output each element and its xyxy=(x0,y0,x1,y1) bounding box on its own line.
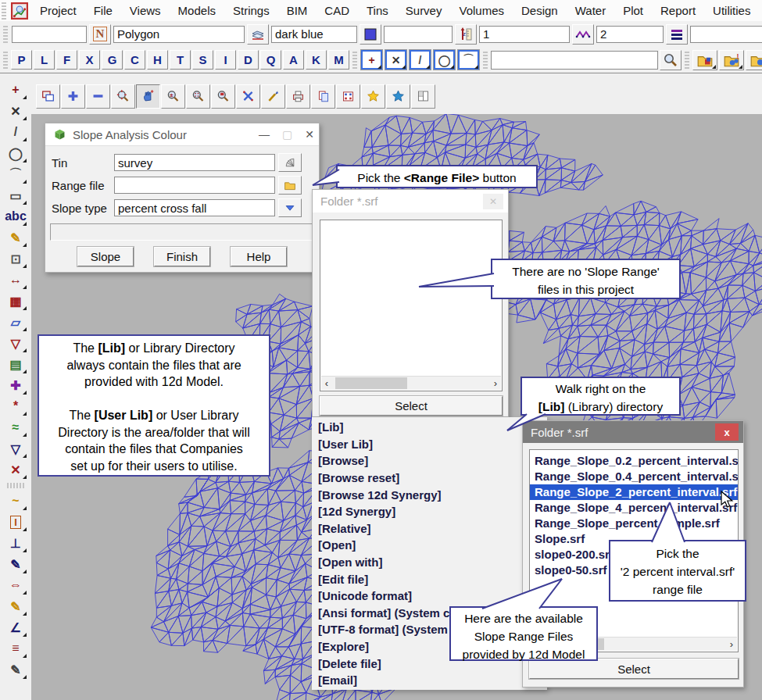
folder1-hscrollbar[interactable]: ‹ › xyxy=(321,376,501,390)
pan-hand-button[interactable] xyxy=(136,84,160,109)
favourites-blue-star-button[interactable] xyxy=(386,84,410,109)
move-tool[interactable]: ✚ xyxy=(4,375,27,395)
menu-file[interactable]: File xyxy=(85,4,121,17)
brush-tool-tool[interactable]: ✎ xyxy=(4,227,27,248)
colour-input[interactable] xyxy=(271,26,357,43)
snap-toggle-h[interactable]: H xyxy=(147,50,168,70)
favourites-yellow-star-button[interactable] xyxy=(361,84,385,109)
snap-cross-tool[interactable]: ✕ xyxy=(4,101,27,121)
slope-button[interactable]: Slope xyxy=(77,247,134,266)
snap-line-tool[interactable]: / xyxy=(4,122,27,142)
menu-volumes[interactable]: Volumes xyxy=(450,4,513,17)
file-item[interactable]: Range_Slope_4_percent_interval.srf xyxy=(530,500,738,516)
snap-toggle-k[interactable]: K xyxy=(306,50,327,70)
menu-user[interactable]: User xyxy=(759,4,762,17)
symbol-input[interactable] xyxy=(596,26,664,43)
edit-note-tool[interactable]: ✎ xyxy=(4,554,27,574)
menu-item-user-lib[interactable]: [User Lib]▶ xyxy=(312,436,547,453)
menu-cad[interactable]: CAD xyxy=(316,4,358,17)
snap-toggle-f[interactable]: F xyxy=(56,50,77,70)
folder2-titlebar[interactable]: Folder *.srf x xyxy=(523,421,743,443)
close-icon[interactable]: ✕ xyxy=(305,128,314,141)
image-tool[interactable]: ▤ xyxy=(4,354,27,374)
snap-toggle-l[interactable]: L xyxy=(34,50,55,70)
menu-item-12d-synergy[interactable]: [12d Synergy]▶ xyxy=(312,503,547,520)
create-point-tool[interactable]: ⊡ xyxy=(4,248,27,269)
project-point-tool[interactable]: * xyxy=(4,396,27,416)
window-layout-button[interactable] xyxy=(411,84,435,109)
snap-toggle-t[interactable]: T xyxy=(170,50,191,70)
linestyle-input[interactable] xyxy=(113,26,245,43)
zoom-previous-button[interactable] xyxy=(211,84,235,109)
help-button[interactable]: Help xyxy=(231,247,287,266)
measure-tool[interactable]: ↔ xyxy=(4,270,27,290)
project-folder-button[interactable] xyxy=(746,50,762,70)
tin-input[interactable] xyxy=(114,154,275,171)
plot-printer-button[interactable] xyxy=(286,84,310,109)
snap-circle-icon[interactable]: ◯ xyxy=(433,49,456,70)
snap-rect-tool[interactable]: ▭ xyxy=(4,185,27,205)
copy-pages-button[interactable] xyxy=(311,84,335,109)
height-input[interactable] xyxy=(384,26,453,43)
file-item[interactable]: Range_Slope_2_percent_interval.srf xyxy=(530,484,738,500)
lib-folder-button[interactable] xyxy=(692,50,717,70)
toolbar-grip[interactable] xyxy=(2,2,6,20)
zoom-inout-button[interactable]: ± xyxy=(161,84,185,109)
menu-survey[interactable]: Survey xyxy=(397,4,451,17)
menu-item-open[interactable]: [Open] xyxy=(312,537,547,554)
snap-toggle-c[interactable]: C xyxy=(124,50,145,70)
snap-toggle-g[interactable]: G xyxy=(102,50,123,70)
range-file-input[interactable] xyxy=(114,177,275,194)
zoom-all-button[interactable] xyxy=(186,84,210,109)
snap-toggle-p[interactable]: P xyxy=(11,50,32,70)
snap-arc-icon[interactable]: ⌒ xyxy=(457,49,480,70)
menu-item-browse-reset[interactable]: [Browse reset] xyxy=(312,470,547,487)
toolbar-grip[interactable] xyxy=(3,26,8,43)
toolbar-grip[interactable] xyxy=(7,483,24,488)
folder1-file-list[interactable]: ‹ › xyxy=(320,220,503,391)
user-lib-folder-button[interactable]: ! xyxy=(719,50,744,70)
text-tool-tool[interactable]: abc xyxy=(4,206,27,227)
minimize-icon[interactable]: — xyxy=(259,128,270,141)
menu-utilities[interactable]: Utilities xyxy=(704,4,759,17)
file-item[interactable]: Range_Slope_percent_simple.srf xyxy=(530,516,738,531)
snap-point-icon[interactable]: + xyxy=(360,49,383,70)
menu-bim[interactable]: BIM xyxy=(278,4,317,17)
scroll-right-icon[interactable]: › xyxy=(726,638,737,651)
fence-tool[interactable]: ▽ xyxy=(4,438,27,459)
scrollbar-thumb[interactable] xyxy=(335,377,407,389)
maximize-icon[interactable]: ▢ xyxy=(282,128,292,141)
dialog-titlebar[interactable]: Slope Analysis Colour — ▢ ✕ xyxy=(45,123,319,146)
model-input[interactable] xyxy=(690,26,762,43)
snap-toggle-x[interactable]: X xyxy=(79,50,100,70)
pen-tool[interactable]: ✎ xyxy=(4,596,27,616)
close-icon[interactable]: x xyxy=(715,423,739,441)
flip-tool[interactable]: ⇔ xyxy=(4,575,27,595)
toolbar-grip[interactable] xyxy=(3,52,8,69)
symbol-picker-button[interactable] xyxy=(666,24,688,45)
menu-water[interactable]: Water xyxy=(567,4,614,17)
string-colour-tool[interactable]: ≈ xyxy=(4,417,27,438)
snap-toggle-a[interactable]: A xyxy=(283,50,304,70)
finish-button[interactable]: Finish xyxy=(154,247,210,266)
menu-strings[interactable]: Strings xyxy=(224,4,278,17)
interface-tool[interactable]: I xyxy=(4,512,27,532)
search-input[interactable] xyxy=(491,51,658,70)
copy-view-tool[interactable]: ▱ xyxy=(4,312,27,332)
grid-tool[interactable]: ▦ xyxy=(4,291,27,311)
file-item[interactable]: Range_Slope_0.2_percent_interval.srf xyxy=(530,453,738,469)
delete-cross-button[interactable] xyxy=(236,84,260,109)
menu-item-browse[interactable]: [Browse] xyxy=(312,452,547,470)
project-city-button[interactable] xyxy=(336,84,360,109)
menu-tins[interactable]: Tins xyxy=(358,4,397,17)
menu-item-browse-12d-synergy[interactable]: [Browse 12d Synergy] xyxy=(312,486,547,503)
menu-report[interactable]: Report xyxy=(652,4,704,17)
menu-models[interactable]: Models xyxy=(170,4,224,17)
scroll-left-icon[interactable]: ‹ xyxy=(321,377,332,390)
freehand-tool[interactable]: ~ xyxy=(4,491,27,511)
snap-toggle-s[interactable]: S xyxy=(192,50,213,70)
scroll-right-icon[interactable]: › xyxy=(490,377,501,390)
survey-tool-tool[interactable]: ⊥ xyxy=(4,533,27,553)
menu-design[interactable]: Design xyxy=(513,4,567,17)
snap-toggle-d[interactable]: D xyxy=(238,50,259,70)
